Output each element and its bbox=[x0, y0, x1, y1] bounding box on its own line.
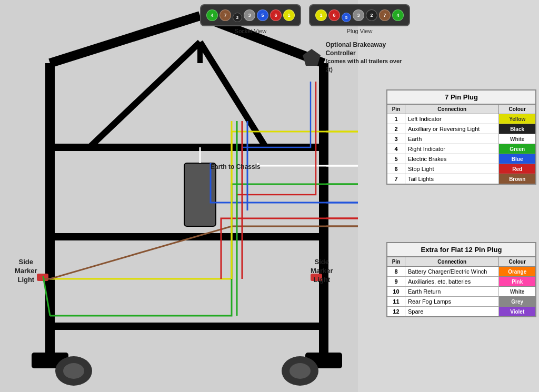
table-row: 4 Right Indicator Green bbox=[387, 144, 536, 154]
12pin-header-connection: Connection bbox=[405, 257, 498, 267]
colour-cell: Brown bbox=[499, 174, 536, 185]
socket-pin-1: 1 bbox=[283, 9, 295, 21]
plug-pin-5: 5 bbox=[342, 13, 351, 22]
table-row: 10 Earth Return White bbox=[387, 287, 536, 297]
colour-cell: White bbox=[499, 287, 536, 297]
colour-cell: Yellow bbox=[499, 114, 536, 124]
table-row: 8 Battery Charger/Electric Winch Orange bbox=[387, 267, 536, 277]
pin-number: 5 bbox=[387, 154, 405, 164]
7pin-title: 7 Pin Plug bbox=[387, 90, 536, 104]
plug-view: 1653274 Plug View bbox=[309, 4, 410, 34]
colour-cell: Blue bbox=[499, 154, 536, 164]
pin-number: 10 bbox=[387, 287, 405, 297]
colour-cell: Pink bbox=[499, 277, 536, 287]
12pin-table: Extra for Flat 12 Pin Plug Pin Connectio… bbox=[386, 242, 536, 317]
table-7pin: 7 Pin Plug Pin Connection Colour 1 Left … bbox=[386, 89, 536, 185]
colour-cell: Grey bbox=[499, 297, 536, 307]
connection-name: Right Indicator bbox=[405, 144, 498, 154]
connection-name: Battery Charger/Electric Winch bbox=[405, 267, 498, 277]
main-container: 4723561 Socket View 1653274 Plug View Op… bbox=[0, 0, 539, 392]
7pin-header-pin: Pin bbox=[387, 104, 405, 114]
12pin-header-colour: Colour bbox=[499, 257, 536, 267]
pin-number: 1 bbox=[387, 114, 405, 124]
table-12pin: Extra for Flat 12 Pin Plug Pin Connectio… bbox=[386, 242, 536, 317]
svg-point-21 bbox=[290, 363, 311, 379]
socket-pin-5: 5 bbox=[257, 9, 268, 21]
socket-pin-2: 2 bbox=[233, 13, 242, 22]
colour-cell: Violet bbox=[499, 307, 536, 317]
connection-name: Spare bbox=[405, 307, 498, 317]
pin-number: 2 bbox=[387, 124, 405, 134]
pin-number: 6 bbox=[387, 164, 405, 174]
pin-number: 11 bbox=[387, 297, 405, 307]
socket-pin-3: 3 bbox=[244, 9, 255, 21]
connection-name: Tail Lights bbox=[405, 174, 498, 185]
connection-name: Auxiliaries, etc, batteries bbox=[405, 277, 498, 287]
connection-name: Earth bbox=[405, 134, 498, 144]
pentagon-icon bbox=[303, 49, 321, 66]
plug-pin-1: 1 bbox=[315, 9, 327, 21]
side-marker-right-label: SideMarkerLight bbox=[311, 258, 333, 285]
socket-pin-4: 4 bbox=[206, 9, 218, 21]
table-row: 11 Rear Fog Lamps Grey bbox=[387, 297, 536, 307]
side-marker-left-label: SideMarkerLight bbox=[15, 258, 37, 285]
7pin-header-connection: Connection bbox=[405, 104, 498, 114]
plug-label: Plug View bbox=[347, 28, 373, 34]
connection-name: Stop Light bbox=[405, 164, 498, 174]
svg-rect-15 bbox=[184, 163, 216, 226]
table-row: 1 Left Indicator Yellow bbox=[387, 114, 536, 124]
table-row: 5 Electric Brakes Blue bbox=[387, 154, 536, 164]
colour-cell: Black bbox=[499, 124, 536, 134]
svg-marker-22 bbox=[303, 49, 321, 66]
brakeaway-title: Optional Brakeaway Controller (comes wit… bbox=[325, 41, 410, 74]
socket-label: Socket View bbox=[235, 28, 266, 34]
socket-view: 4723561 Socket View bbox=[200, 4, 301, 34]
brakeaway-section: Optional Brakeaway Controller (comes wit… bbox=[303, 41, 413, 74]
12pin-title: Extra for Flat 12 Pin Plug bbox=[387, 243, 536, 257]
pin-number: 8 bbox=[387, 267, 405, 277]
pin-number: 12 bbox=[387, 307, 405, 317]
plug-pin-3: 3 bbox=[353, 9, 364, 21]
connection-name: Left Indicator bbox=[405, 114, 498, 124]
plug-diagram: 1653274 bbox=[309, 4, 410, 26]
socket-pin-6: 6 bbox=[270, 9, 282, 21]
colour-cell: White bbox=[499, 134, 536, 144]
table-row: 12 Spare Violet bbox=[387, 307, 536, 317]
pin-number: 7 bbox=[387, 174, 405, 185]
connection-name: Auxilliary or Reversing Light bbox=[405, 124, 498, 134]
table-row: 6 Stop Light Red bbox=[387, 164, 536, 174]
colour-cell: Red bbox=[499, 164, 536, 174]
svg-rect-16 bbox=[37, 274, 48, 281]
plug-pin-6: 6 bbox=[328, 9, 340, 21]
socket-pin-7: 7 bbox=[219, 9, 231, 21]
table-row: 2 Auxilliary or Reversing Light Black bbox=[387, 124, 536, 134]
table-row: 7 Tail Lights Brown bbox=[387, 174, 536, 185]
7pin-header-colour: Colour bbox=[499, 104, 536, 114]
earth-label: Earth to Chassis bbox=[211, 163, 261, 170]
svg-point-19 bbox=[63, 363, 84, 379]
socket-diagram: 4723561 bbox=[200, 4, 301, 26]
connection-name: Rear Fog Lamps bbox=[405, 297, 498, 307]
colour-cell: Orange bbox=[499, 267, 536, 277]
12pin-header-pin: Pin bbox=[387, 257, 405, 267]
plug-pin-4: 4 bbox=[392, 9, 404, 21]
7pin-table: 7 Pin Plug Pin Connection Colour 1 Left … bbox=[386, 89, 536, 185]
pin-number: 9 bbox=[387, 277, 405, 287]
connection-name: Earth Return bbox=[405, 287, 498, 297]
connection-name: Electric Brakes bbox=[405, 154, 498, 164]
pin-number: 4 bbox=[387, 144, 405, 154]
table-row: 3 Earth White bbox=[387, 134, 536, 144]
plug-pin-2: 2 bbox=[366, 9, 377, 21]
plug-pin-7: 7 bbox=[379, 9, 391, 21]
table-row: 9 Auxiliaries, etc, batteries Pink bbox=[387, 277, 536, 287]
colour-cell: Green bbox=[499, 144, 536, 154]
pin-number: 3 bbox=[387, 134, 405, 144]
connector-views: 4723561 Socket View 1653274 Plug View bbox=[200, 4, 410, 34]
